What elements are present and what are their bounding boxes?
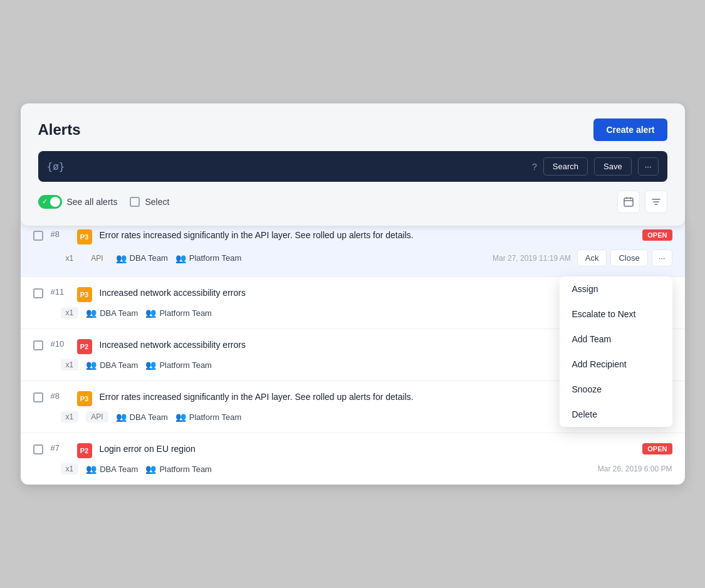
alert-count: x1: [61, 253, 79, 264]
team-name: Platform Team: [189, 412, 242, 422]
calendar-button[interactable]: [617, 191, 640, 213]
team-name: Platform Team: [159, 465, 212, 474]
team-icon: 👥: [175, 253, 186, 263]
alert-tag: API: [86, 411, 108, 423]
team-item: 👥 DBA Team: [116, 412, 168, 422]
priority-badge: P3: [77, 287, 92, 302]
alert-row-top: #7 P2 Login error on EU region OPEN: [33, 443, 672, 458]
alert-status-badge: OPEN: [642, 229, 672, 241]
team-icon: 👥: [116, 253, 127, 263]
alert-meta: Mar 26, 2019 6:00 PM: [598, 465, 672, 473]
dropdown-delete[interactable]: Delete: [560, 402, 672, 427]
alert-checkbox[interactable]: [33, 444, 43, 454]
alert-row-bottom: x1 👥 DBA Team 👥 Platform Team Mar 26, 20…: [33, 463, 672, 475]
create-alert-button[interactable]: Create alert: [593, 118, 667, 141]
see-all-label: See all alerts: [67, 197, 118, 207]
team-name: DBA Team: [100, 360, 138, 370]
alert-message: Error rates increased significantly in t…: [100, 391, 635, 404]
dropdown-add-team[interactable]: Add Team: [560, 327, 672, 352]
see-all-toggle-container: ✓ See all alerts: [38, 195, 118, 209]
search-help-button[interactable]: ?: [532, 162, 537, 172]
team-list: 👥 DBA Team 👥 Platform Team: [86, 464, 590, 474]
team-list: 👥 DBA Team 👥 Platform Team: [116, 412, 587, 422]
alert-checkbox[interactable]: [33, 231, 43, 241]
search-button[interactable]: Search: [543, 157, 588, 176]
team-name: DBA Team: [100, 465, 138, 474]
alert-count: x1: [61, 307, 79, 318]
dropdown-escalate[interactable]: Escalate to Next: [560, 302, 672, 327]
team-name: Platform Team: [159, 360, 212, 370]
toggle-check-icon: ✓: [42, 197, 48, 206]
team-item: 👥 Platform Team: [175, 253, 242, 263]
alert-message: Login error on EU region: [100, 443, 635, 456]
team-item: 👥 Platform Team: [145, 464, 212, 474]
alerts-header: Alerts Create alert: [38, 118, 667, 141]
team-icon: 👥: [175, 412, 186, 422]
team-item: 👥 DBA Team: [86, 464, 138, 474]
alert-date: Mar 26, 2019 6:00 PM: [598, 465, 672, 473]
team-name: DBA Team: [100, 308, 138, 318]
team-name: DBA Team: [130, 253, 168, 263]
team-name: Platform Team: [159, 308, 212, 318]
alert-meta: Mar 27, 2019 11:19 AM Ack Close ···: [493, 249, 672, 266]
team-item: 👥 Platform Team: [145, 308, 212, 318]
alert-checkbox[interactable]: [33, 288, 43, 298]
dropdown-add-recipient[interactable]: Add Recipient: [560, 352, 672, 377]
alert-id: #8: [51, 391, 70, 401]
team-item: 👥 Platform Team: [145, 360, 212, 370]
alert-actions: Ack Close ···: [577, 249, 672, 266]
priority-badge: P3: [77, 391, 92, 406]
team-name: DBA Team: [130, 412, 168, 422]
team-icon: 👥: [116, 412, 127, 422]
alert-date: Mar 27, 2019 11:19 AM: [493, 254, 571, 263]
page-title: Alerts: [38, 121, 81, 139]
dropdown-assign[interactable]: Assign: [560, 276, 672, 302]
team-item: 👥 DBA Team: [86, 360, 138, 370]
team-icon: 👥: [86, 308, 97, 318]
priority-badge: P3: [77, 229, 92, 244]
alerts-header-card: Alerts Create alert {ø} ? Search Save ··…: [21, 103, 685, 226]
search-input[interactable]: [71, 162, 526, 172]
alert-id: #7: [51, 443, 70, 453]
alert-message: Error rates increased significantly in t…: [100, 229, 635, 242]
ack-button[interactable]: Ack: [577, 249, 607, 266]
alert-id: #8: [51, 229, 70, 239]
team-name: Platform Team: [189, 253, 242, 263]
alert-count: x1: [61, 463, 79, 475]
alert-id: #10: [51, 339, 70, 349]
alert-tag: API: [86, 253, 108, 264]
dropdown-snooze[interactable]: Snooze: [560, 377, 672, 402]
close-button[interactable]: Close: [610, 249, 647, 266]
team-icon: 👥: [145, 360, 156, 370]
select-container: Select: [130, 197, 169, 207]
filter-right: [617, 191, 667, 213]
team-icon: 👥: [145, 464, 156, 474]
alert-row-bottom: x1 API 👥 DBA Team 👥 Platform Team Mar 27…: [33, 249, 672, 266]
filter-bar: ✓ See all alerts Select: [38, 191, 667, 213]
alert-count: x1: [61, 359, 79, 370]
team-icon: 👥: [145, 308, 156, 318]
see-all-toggle[interactable]: ✓: [38, 195, 62, 209]
alert-checkbox[interactable]: [33, 340, 43, 350]
filter-icon: [651, 197, 661, 207]
filter-left: ✓ See all alerts Select: [38, 195, 170, 209]
team-list: 👥 DBA Team 👥 Platform Team: [116, 253, 485, 263]
alert-checkbox[interactable]: [33, 392, 43, 402]
team-item: 👥 Platform Team: [175, 412, 242, 422]
alert-row-top: #8 P3 Error rates increased significantl…: [33, 229, 672, 244]
alert-id: #11: [51, 287, 70, 297]
search-more-button[interactable]: ···: [638, 157, 659, 176]
actions-more-button[interactable]: ···: [652, 249, 672, 266]
svg-rect-0: [624, 198, 633, 206]
main-wrapper: Alerts Create alert {ø} ? Search Save ··…: [21, 103, 685, 485]
team-icon: 👥: [86, 360, 97, 370]
priority-badge: P2: [77, 339, 92, 354]
select-checkbox[interactable]: [130, 197, 140, 207]
save-button[interactable]: Save: [594, 157, 632, 176]
team-item: 👥 DBA Team: [116, 253, 168, 263]
alert-row: #8 P3 Error rates increased significantl…: [21, 219, 685, 277]
alert-status-badge: OPEN: [642, 443, 672, 454]
calendar-icon: [624, 197, 634, 207]
priority-badge: P2: [77, 443, 92, 458]
filter-settings-button[interactable]: [645, 191, 667, 213]
